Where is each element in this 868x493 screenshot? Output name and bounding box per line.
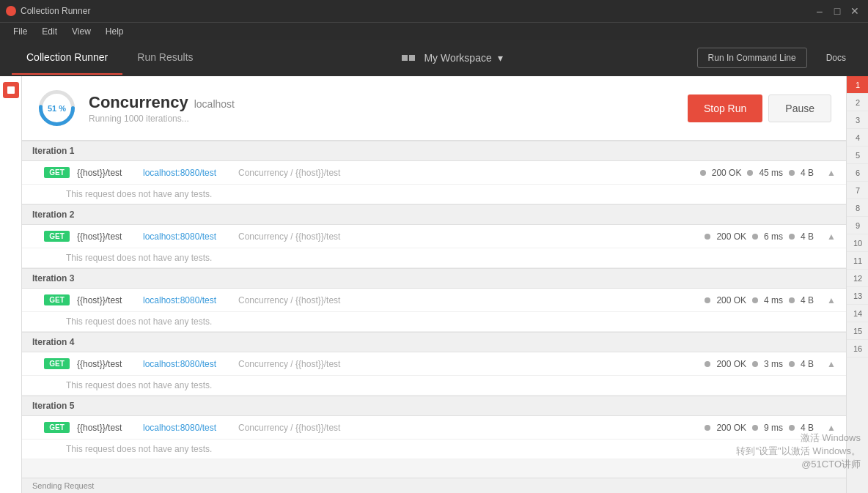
method-badge: GET [44,294,70,305]
workspace-selector[interactable]: My Workspace ▾ [402,52,502,64]
no-tests-message: This request does not have any tests. [22,440,846,459]
main-area: 51 % Concurrency localhost Running 1000 … [0,76,868,493]
request-stats: 200 OK 6 ms 4 B [705,231,814,242]
page-number-item[interactable]: 3 [847,111,868,129]
method-badge: GET [44,231,70,242]
request-stats: 200 OK 45 ms 4 B [700,168,814,178]
request-url: localhost:8080/test [143,423,231,433]
status-code: 200 OK [716,295,746,305]
sidebar-icon [0,76,22,493]
page-number-item[interactable]: 13 [847,287,868,305]
progress-info: Concurrency localhost Running 1000 itera… [89,93,235,124]
request-url: localhost:8080/test [143,168,231,178]
expand-icon[interactable]: ▲ [827,295,836,305]
request-path: {{host}}/test [77,359,136,369]
iteration-block: Iteration 3 GET {{host}}/test localhost:… [22,268,846,332]
page-number-item[interactable]: 12 [847,270,868,287]
minimize-button[interactable]: – [812,4,827,18]
run-in-command-line-button[interactable]: Run In Command Line [697,48,807,68]
request-row[interactable]: GET {{host}}/test localhost:8080/test Co… [22,225,846,248]
status-code: 200 OK [712,168,742,178]
menu-edit[interactable]: Edit [34,25,65,38]
page-number-item[interactable]: 9 [847,217,868,234]
maximize-button[interactable]: □ [830,4,845,18]
request-name: Concurrency / {{host}}/test [238,423,697,433]
menu-view[interactable]: View [65,25,98,38]
size-dot [789,234,795,240]
progress-circle: 51 % [37,88,77,128]
page-number-item[interactable]: 4 [847,129,868,147]
iteration-block: Iteration 5 GET {{host}}/test localhost:… [22,396,846,459]
stop-run-button[interactable]: Stop Run [688,94,762,122]
page-number-item[interactable]: 5 [847,147,868,164]
response-time: 6 ms [764,231,783,242]
size-dot [789,425,795,431]
status-code: 200 OK [716,359,746,369]
expand-icon[interactable]: ▲ [827,423,836,433]
no-tests-message: This request does not have any tests. [22,248,846,268]
response-time: 3 ms [764,359,783,369]
docs-button[interactable]: Docs [816,48,856,67]
request-name: Concurrency / {{host}}/test [238,231,697,242]
pause-button[interactable]: Pause [768,94,831,122]
time-dot [752,361,758,367]
tab-run-results[interactable]: Run Results [122,41,207,75]
progress-percent: 51 % [48,104,66,113]
menu-bar: File Edit View Help [0,22,868,40]
workspace-icon [402,55,415,61]
page-number-item[interactable]: 16 [847,340,868,357]
request-row[interactable]: GET {{host}}/test localhost:8080/test Co… [22,289,846,312]
title-bar-left: Collection Runner [6,6,90,16]
request-stats: 200 OK 9 ms 4 B [705,423,814,433]
page-number-item[interactable]: 7 [847,182,868,199]
status-code: 200 OK [716,231,746,242]
response-size: 4 B [801,423,814,433]
time-dot [752,297,758,303]
iteration-header: Iteration 2 [22,204,846,225]
page-number-item[interactable]: 10 [847,234,868,252]
request-name: Concurrency / {{host}}/test [238,168,693,178]
status-dot [700,170,706,176]
toolbar-tabs: Collection Runner Run Results [12,41,208,75]
time-dot [752,234,758,240]
tab-collection-runner[interactable]: Collection Runner [12,41,122,75]
request-row[interactable]: GET {{host}}/test localhost:8080/test Co… [22,416,846,440]
response-size: 4 B [801,231,814,242]
status-text: Sending Request [32,481,94,490]
expand-icon[interactable]: ▲ [827,359,836,369]
progress-header: 51 % Concurrency localhost Running 1000 … [22,76,846,141]
collection-host: localhost [194,98,235,110]
page-number-item[interactable]: 15 [847,322,868,340]
request-stats: 200 OK 3 ms 4 B [705,359,814,369]
request-name: Concurrency / {{host}}/test [238,295,697,305]
workspace-name: My Workspace [424,52,491,64]
close-button[interactable]: ✕ [847,4,862,18]
expand-icon[interactable]: ▲ [827,231,836,242]
page-number-item[interactable]: 1 [847,76,868,94]
request-row[interactable]: GET {{host}}/test localhost:8080/test Co… [22,352,846,376]
time-dot [752,425,758,431]
progress-actions: Stop Run Pause [688,94,831,122]
app-icon [6,6,16,16]
page-number-item[interactable]: 6 [847,164,868,182]
no-tests-message: This request does not have any tests. [22,376,846,396]
expand-icon[interactable]: ▲ [827,168,836,178]
iteration-header: Iteration 1 [22,141,846,161]
status-bar: Sending Request [22,478,846,493]
page-number-item[interactable]: 2 [847,94,868,111]
page-number-item[interactable]: 11 [847,252,868,270]
request-path: {{host}}/test [77,231,136,242]
page-number-item[interactable]: 8 [847,199,868,217]
iteration-header: Iteration 5 [22,396,846,416]
iteration-block: Iteration 4 GET {{host}}/test localhost:… [22,332,846,396]
method-badge: GET [44,167,70,178]
request-row[interactable]: GET {{host}}/test localhost:8080/test Co… [22,161,846,185]
page-number-item[interactable]: 14 [847,305,868,322]
workspace-dropdown-icon: ▾ [498,52,503,64]
menu-help[interactable]: Help [98,25,131,38]
no-tests-message: This request does not have any tests. [22,185,846,204]
progress-left: 51 % Concurrency localhost Running 1000 … [37,88,235,128]
request-url: localhost:8080/test [143,359,231,369]
menu-file[interactable]: File [6,25,34,38]
response-time: 4 ms [764,295,783,305]
